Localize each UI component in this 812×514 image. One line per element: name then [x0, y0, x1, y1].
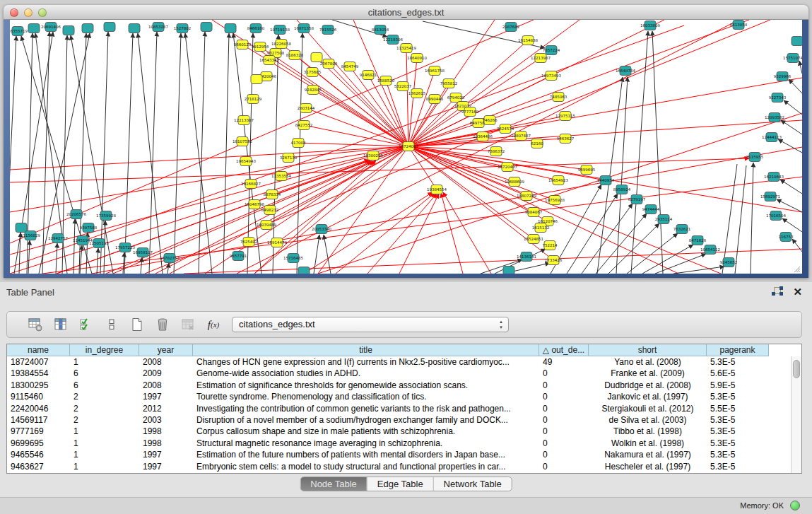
table-row[interactable]: 946362711997Embryonic stem cells: a mode… [7, 461, 791, 472]
graph-node[interactable]: 3624574 [497, 124, 514, 134]
graph-node[interactable]: 9146821 [360, 71, 377, 80]
table-row[interactable]: 911546021997Tourette syndrome. Phenomeno… [7, 391, 791, 402]
graph-node[interactable] [251, 75, 262, 84]
graph-node[interactable]: 6794028 [447, 93, 465, 103]
column-header[interactable]: pagerank [707, 344, 769, 356]
graph-node[interactable]: 1362615 [408, 89, 426, 98]
graph-node[interactable]: 8454749 [341, 62, 359, 71]
graph-node[interactable]: 20691406 [41, 23, 61, 32]
tab-network-table[interactable]: Network Table [434, 477, 512, 491]
graph-node[interactable]: 8186328 [286, 51, 304, 60]
table-row[interactable]: 1938455462009Genome-wide association stu… [7, 368, 791, 379]
graph-node[interactable]: 9857791 [230, 252, 247, 261]
graph-node[interactable]: 9474444 [642, 205, 660, 214]
network-canvas[interactable]: 1635571920691406108532871527802846616010… [10, 20, 802, 274]
graph-node[interactable]: 18226058 [271, 40, 291, 49]
graph-node[interactable] [298, 267, 310, 274]
graph-node[interactable] [225, 24, 236, 33]
graph-node[interactable]: 16154838 [518, 36, 538, 45]
graph-node[interactable]: 15716485 [283, 254, 303, 263]
graph-node[interactable]: 18640910 [407, 54, 427, 63]
graph-node[interactable]: 5322037 [394, 82, 412, 91]
show-columns-icon[interactable] [52, 316, 69, 333]
table-mode-icon[interactable] [27, 316, 44, 333]
graph-node[interactable]: 19384554 [427, 185, 447, 194]
graph-node[interactable]: 746266 [483, 116, 498, 125]
graph-node[interactable]: 2935114 [655, 215, 673, 224]
graph-node[interactable]: 11325419 [396, 44, 416, 53]
graph-node[interactable]: 9397588 [80, 223, 98, 233]
graph-node[interactable]: 12975115 [555, 112, 575, 121]
graph-node[interactable] [792, 37, 802, 46]
graph-node[interactable]: 752214 [543, 241, 558, 250]
graph-node[interactable]: 7386372 [488, 147, 505, 156]
tab-edge-table[interactable]: Edge Table [367, 477, 434, 491]
graph-node[interactable]: 16961758 [425, 66, 445, 76]
graph-node[interactable]: 9699695 [578, 165, 596, 175]
column-header[interactable]: title [193, 344, 539, 356]
graph-node[interactable]: 10719138 [270, 25, 290, 35]
graph-node[interactable]: 19654943 [236, 157, 256, 166]
graph-node[interactable]: 62160 [531, 139, 543, 148]
graph-node[interactable]: 2803144 [298, 104, 315, 113]
table-row[interactable]: 2242004622012Investigating the contribut… [7, 403, 791, 414]
graph-node[interactable] [16, 223, 27, 233]
graph-node[interactable]: 5912954 [252, 42, 269, 52]
column-header[interactable]: year [139, 344, 193, 356]
close-panel-icon[interactable]: ✕ [793, 286, 802, 298]
graph-node[interactable]: 8471626 [689, 236, 707, 245]
graph-node[interactable] [503, 267, 514, 274]
resize-grip-icon[interactable] [794, 267, 800, 272]
graph-node[interactable]: 1588520 [377, 76, 395, 86]
table-selector-dropdown[interactable]: citations_edges.txt ▲▼ [232, 317, 509, 332]
select-columns-icon[interactable] [78, 316, 95, 333]
graph-node[interactable] [82, 24, 93, 33]
graph-node[interactable]: 7625402 [240, 238, 258, 247]
graph-node[interactable]: 8466160 [247, 24, 265, 33]
graph-node[interactable]: 20053340 [312, 225, 331, 234]
column-header[interactable]: △ out_de... [539, 344, 589, 356]
graph-node[interactable]: 8427552 [295, 121, 313, 130]
float-panel-icon[interactable] [772, 286, 783, 298]
table-row[interactable]: 1830029562008Estimation of significance … [7, 380, 791, 391]
tab-node-table[interactable]: Node Table [300, 477, 367, 491]
graph-node[interactable]: 2087682 [502, 23, 520, 32]
table-row[interactable]: 1456911722003Disruption of a novel membe… [7, 414, 791, 426]
graph-node[interactable]: 16033809 [640, 21, 660, 30]
graph-node[interactable]: 8958924 [613, 185, 631, 194]
table-row[interactable]: 969969511998Structural magnetic resonanc… [7, 438, 791, 449]
table-row[interactable]: 946554611997Estimation of the future num… [7, 449, 791, 460]
graph-node[interactable]: 2367808 [320, 59, 338, 69]
function-builder-icon[interactable]: f(x) [205, 316, 222, 333]
column-header[interactable]: name [7, 344, 70, 356]
graph-node[interactable]: 16355719 [10, 27, 28, 36]
graph-node[interactable]: 7485063 [550, 93, 567, 102]
column-header[interactable]: in_degree [70, 344, 139, 356]
column-header[interactable]: short [589, 344, 707, 356]
graph-node[interactable]: 7815526 [319, 25, 337, 35]
graph-node[interactable]: 7632621 [673, 225, 691, 234]
graph-node[interactable]: 9245652 [720, 258, 738, 267]
delete-column-icon[interactable] [154, 316, 171, 333]
graph-node[interactable]: 8660123 [234, 40, 252, 49]
graph-node[interactable]: 15524851 [524, 235, 543, 244]
table-row[interactable]: 977716911998Corpus callosum shape and si… [7, 426, 791, 437]
graph-node[interactable] [104, 23, 115, 32]
graph-node[interactable]: 2718129 [245, 95, 262, 104]
graph-node[interactable]: 18107552 [233, 137, 252, 146]
graph-node[interactable] [201, 23, 212, 32]
graph-node[interactable]: 10853287 [148, 23, 168, 32]
memory-status-icon[interactable] [790, 501, 800, 510]
graph-node[interactable]: 7955812 [440, 79, 458, 88]
graph-node[interactable]: 12444113 [762, 133, 782, 142]
graph-node[interactable]: 12942757 [48, 234, 68, 243]
graph-node[interactable]: 417008 [291, 139, 306, 148]
graph-node[interactable] [63, 26, 74, 35]
graph-node[interactable]: 3267130 [280, 153, 298, 163]
graph-node[interactable]: 1440954 [597, 176, 615, 185]
graph-node[interactable]: 10688609 [505, 177, 524, 187]
graph-node[interactable]: 3175685 [304, 68, 322, 77]
graph-node[interactable] [311, 53, 322, 62]
graph-node[interactable] [129, 24, 140, 33]
row-height-icon[interactable] [103, 316, 120, 333]
